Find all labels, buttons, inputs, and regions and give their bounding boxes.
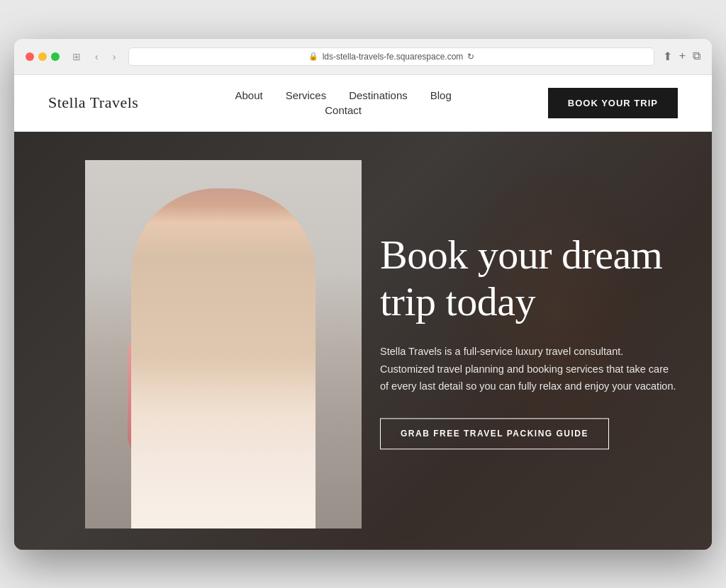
url-text: lds-stella-travels-fe.squarespace.com <box>323 52 464 62</box>
hero-section: Book your dream trip today Stella Travel… <box>14 132 712 550</box>
close-button[interactable] <box>26 52 34 61</box>
nav-row-1: About Services Destinations Blog <box>235 89 451 101</box>
packing-guide-button[interactable]: GRAB FREE TRAVEL PACKING GUIDE <box>380 418 609 449</box>
bag-element <box>128 337 220 458</box>
hero-heading: Book your dream trip today <box>380 232 678 326</box>
hero-description: Stella Travels is a full-service luxury … <box>380 343 678 395</box>
reload-icon[interactable]: ↻ <box>467 52 474 62</box>
site-nav: About Services Destinations Blog Contact <box>235 89 451 116</box>
tabs-overview-icon[interactable]: ⧉ <box>693 50 700 63</box>
site-logo[interactable]: Stella Travels <box>48 94 138 112</box>
website: Stella Travels About Services Destinatio… <box>14 75 712 550</box>
browser-controls: ⊞ ‹ › <box>68 50 120 64</box>
forward-button[interactable]: › <box>108 50 121 64</box>
browser-chrome: ⊞ ‹ › 🔒 lds-stella-travels-fe.squarespac… <box>14 39 712 75</box>
site-header: Stella Travels About Services Destinatio… <box>14 75 712 132</box>
book-trip-button[interactable]: BOOK YOUR TRIP <box>548 88 678 118</box>
website-body: Stella Travels About Services Destinatio… <box>14 75 712 550</box>
lock-icon: 🔒 <box>308 52 318 61</box>
new-tab-icon[interactable]: + <box>679 50 686 63</box>
hero-content: Book your dream trip today Stella Travel… <box>380 232 678 449</box>
back-button[interactable]: ‹ <box>91 50 103 64</box>
minimize-button[interactable] <box>38 52 47 61</box>
address-bar[interactable]: 🔒 lds-stella-travels-fe.squarespace.com … <box>128 47 654 66</box>
fullscreen-button[interactable] <box>51 52 60 61</box>
nav-row-2: Contact <box>325 104 362 116</box>
browser-actions: ⬆ + ⧉ <box>663 50 700 63</box>
browser-window: ⊞ ‹ › 🔒 lds-stella-travels-fe.squarespac… <box>14 39 712 550</box>
traffic-lights <box>26 52 60 61</box>
nav-destinations[interactable]: Destinations <box>349 89 408 101</box>
sidebar-toggle-icon[interactable]: ⊞ <box>68 50 85 64</box>
nav-about[interactable]: About <box>235 89 262 101</box>
nav-blog[interactable]: Blog <box>430 89 452 101</box>
hero-portrait-image <box>85 160 362 528</box>
share-icon[interactable]: ⬆ <box>663 50 672 63</box>
nav-contact[interactable]: Contact <box>325 104 362 116</box>
nav-services[interactable]: Services <box>286 89 327 101</box>
